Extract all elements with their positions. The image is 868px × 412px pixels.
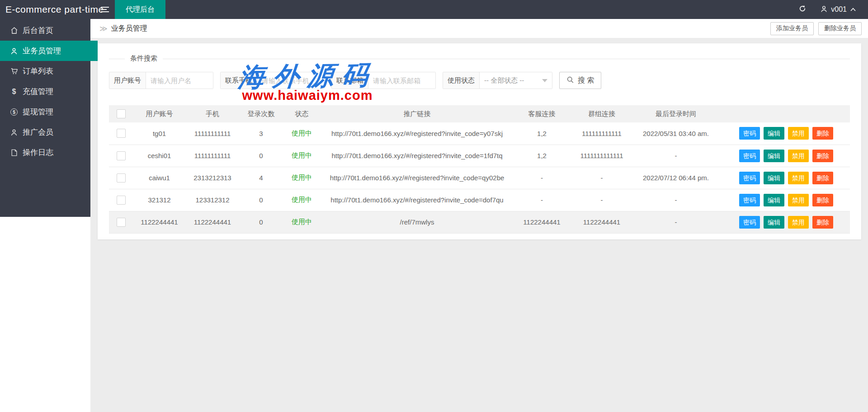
search-form: 用户账号联系手机联系邮箱 使用状态 -- 全部状态 -- 搜 索 [109,72,850,89]
search-button-label: 搜 索 [578,76,594,85]
cell-login-count: 0 [240,189,283,211]
cell-service-link: 1,2 [513,122,571,145]
column-header: 客服连接 [513,105,571,122]
delete-button[interactable]: 删除 [812,150,833,162]
cell-phone: 1122244441 [185,211,240,233]
delete-salesman-button[interactable]: 删除业务员 [818,22,862,35]
cell-service-link: - [513,167,571,189]
hamburger-menu-icon[interactable] [95,0,115,19]
column-header: 手机 [185,105,240,122]
sidebar: 后台首页业务员管理订单列表$充值管理$提现管理推广会员操作日志 [0,19,90,412]
cell-phone: 11111111111 [185,145,240,167]
search-button[interactable]: 搜 索 [559,72,601,89]
status-select[interactable]: -- 全部状态 -- [480,72,552,89]
password-button[interactable]: 密码 [739,150,760,162]
sidebar-item-label: 业务员管理 [23,46,61,56]
edit-button[interactable]: 编辑 [764,194,784,206]
delete-button[interactable]: 删除 [812,127,833,140]
sidebar-item-3[interactable]: $充值管理 [0,81,90,102]
disable-button[interactable]: 禁用 [788,172,809,184]
cell-group-link: 1111111111111 [571,145,633,167]
sidebar-item-0[interactable]: 后台首页 [0,20,90,41]
delete-button[interactable]: 删除 [812,172,833,184]
edit-button[interactable]: 编辑 [764,127,784,140]
status-select-group: 使用状态 -- 全部状态 -- [443,72,552,89]
sidebar-menu: 后台首页业务员管理订单列表$充值管理$提现管理推广会员操作日志 [0,19,90,163]
edit-button[interactable]: 编辑 [764,216,784,229]
cell-last-login: - [633,145,719,167]
tab-agent-backend[interactable]: 代理后台 [115,0,165,19]
cart-icon [10,67,18,75]
delete-button[interactable]: 删除 [812,216,833,229]
user-menu[interactable]: v001 [820,5,856,14]
sidebar-item-label: 订单列表 [23,66,53,76]
search-field-input-1[interactable] [257,72,324,89]
add-salesman-button[interactable]: 添加业务员 [770,22,814,35]
row-checkbox[interactable] [117,218,126,227]
cell-last-login: - [633,211,719,233]
header-checkbox-cell [109,105,133,122]
table-header-row: 用户账号手机登录次数状态推广链接客服连接群组连接最后登录时间 [109,105,850,122]
search-field-input-0[interactable] [146,72,213,89]
delete-button[interactable]: 删除 [812,194,833,206]
cell-promo-link: http://70t1.demo166.xyz/#/registered?inv… [321,122,513,145]
search-field-label: 用户账号 [109,72,146,89]
page-title: 业务员管理 [111,24,147,33]
edit-button[interactable]: 编辑 [764,172,784,184]
row-checkbox[interactable] [117,196,126,205]
disable-button[interactable]: 禁用 [788,127,809,140]
disable-button[interactable]: 禁用 [788,194,809,206]
app-logo: E-commerce part-time [0,0,95,19]
sidebar-item-1[interactable]: 业务员管理 [0,41,98,61]
password-button[interactable]: 密码 [739,194,760,206]
sidebar-item-4[interactable]: $提现管理 [0,102,90,122]
cell-status: 使用中 [283,145,321,167]
disable-button[interactable]: 禁用 [788,150,809,162]
breadcrumb-bar: ≫ 业务员管理 添加业务员 删除业务员 [90,19,868,38]
refresh-button[interactable] [798,5,807,14]
cell-status: 使用中 [283,211,321,233]
row-checkbox-cell [109,145,133,167]
search-icon [566,76,574,85]
column-header: 群组连接 [571,105,633,122]
cell-account: 321312 [133,189,185,211]
edit-button[interactable]: 编辑 [764,150,784,162]
cell-account: caiwu1 [133,167,185,189]
search-field-label: 联系手机 [221,72,257,89]
top-header: E-commerce part-time 代理后台 v001 [0,0,868,19]
password-button[interactable]: 密码 [739,216,760,229]
dollar-circle-icon: $ [10,108,18,116]
user-icon [10,129,18,136]
table-row: ceshi01111111111110使用中http://70t1.demo16… [109,145,850,167]
cell-actions: 密码编辑禁用删除 [719,167,850,189]
user-icon [820,5,828,14]
column-header: 推广链接 [321,105,513,122]
chevron-up-icon [850,5,856,14]
cell-actions: 密码编辑禁用删除 [719,189,850,211]
search-field-label: 联系邮箱 [332,72,368,89]
select-all-checkbox[interactable] [117,109,126,118]
sidebar-item-2[interactable]: 订单列表 [0,61,90,81]
password-button[interactable]: 密码 [739,172,760,184]
search-fieldset: 条件搜索 [109,59,850,59]
cell-group-link: 111111111111 [571,122,633,145]
sidebar-item-5[interactable]: 推广会员 [0,122,90,142]
cell-login-count: 3 [240,122,283,145]
table-row: 3213121233123120使用中http://70t1.demo166.x… [109,189,850,211]
search-field-input-2[interactable] [368,72,435,89]
row-checkbox[interactable] [117,173,126,183]
cell-status: 使用中 [283,189,321,211]
sidebar-item-6[interactable]: 操作日志 [0,142,90,163]
status-select-label: 使用状态 [443,72,480,89]
sidebar-item-label: 充值管理 [23,86,53,97]
chevron-down-icon [542,79,547,82]
row-checkbox[interactable] [117,129,126,138]
cell-status: 使用中 [283,122,321,145]
cell-login-count: 0 [240,211,283,233]
sidebar-item-label: 后台首页 [23,25,53,36]
password-button[interactable]: 密码 [739,127,760,140]
row-checkbox-cell [109,211,133,233]
disable-button[interactable]: 禁用 [788,216,809,229]
row-checkbox[interactable] [117,151,126,160]
table-body: tg01111111111113使用中http://70t1.demo166.x… [109,122,850,233]
